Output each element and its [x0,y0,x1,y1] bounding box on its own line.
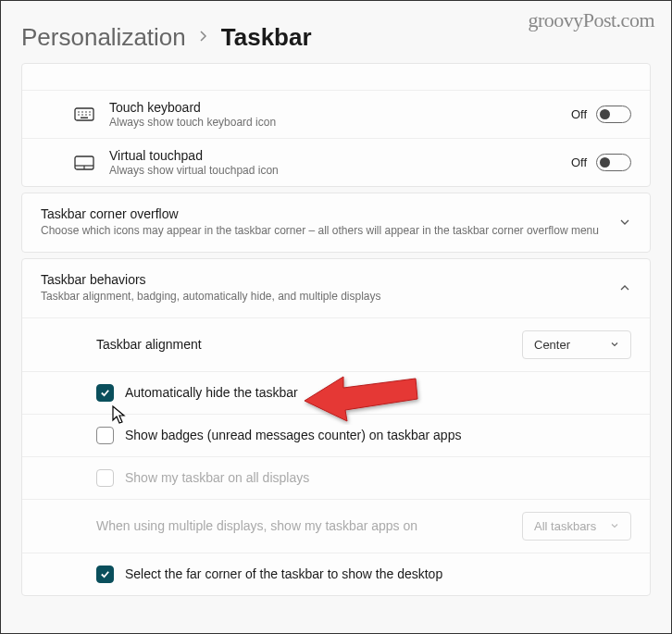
alignment-value: Center [534,338,570,352]
alignment-dropdown[interactable]: Center [522,330,631,359]
alignment-label: Taskbar alignment [96,337,202,352]
keyboard-icon [74,105,94,125]
section-corner-icons: Touch keyboard Always show touch keyboar… [21,63,651,187]
row-auto-hide[interactable]: Automatically hide the taskbar [22,371,650,414]
far-corner-label: Select the far corner of the taskbar to … [125,566,442,581]
chevron-right-icon [199,28,208,47]
multi-display-value: All taskbars [534,519,596,533]
svg-point-5 [78,114,80,116]
chevron-down-icon [610,340,619,349]
virtual-touchpad-state: Off [571,155,587,169]
touchpad-icon [74,153,94,173]
touch-keyboard-desc: Always show touch keyboard icon [109,116,556,129]
svg-point-4 [89,111,91,113]
row-badges[interactable]: Show badges (unread messages counter) on… [22,414,650,456]
auto-hide-checkbox[interactable] [96,384,114,402]
badges-checkbox[interactable] [96,427,114,444]
touch-keyboard-toggle[interactable] [596,106,631,123]
far-corner-checkbox[interactable] [96,566,114,583]
badges-label: Show badges (unread messages counter) on… [125,428,461,442]
virtual-touchpad-desc: Always show virtual touchpad icon [109,164,556,177]
section-overflow[interactable]: Taskbar corner overflow Choose which ico… [21,193,651,253]
svg-point-3 [85,111,87,113]
row-alignment: Taskbar alignment Center [22,317,650,371]
auto-hide-label: Automatically hide the taskbar [125,385,298,400]
row-touch-keyboard[interactable]: Touch keyboard Always show touch keyboar… [22,90,650,138]
touch-keyboard-title: Touch keyboard [109,100,556,115]
section-behaviors: Taskbar behaviors Taskbar alignment, bad… [21,258,651,596]
chevron-up-icon [618,281,631,294]
touch-keyboard-state: Off [571,107,587,121]
svg-point-1 [78,111,80,113]
row-all-displays: Show my taskbar on all displays [22,456,650,499]
overflow-desc: Choose which icons may appear in the tas… [41,223,607,239]
behaviors-title: Taskbar behaviors [41,272,607,287]
pen-icon [74,64,94,84]
svg-point-6 [81,114,83,116]
svg-point-7 [85,114,87,116]
checkmark-icon [100,388,110,398]
chevron-down-icon [618,216,631,229]
watermark-text: groovyPost.com [528,8,654,32]
all-displays-checkbox [96,469,114,487]
multi-display-dropdown: All taskbars [522,512,631,541]
row-far-corner[interactable]: Select the far corner of the taskbar to … [22,553,650,595]
breadcrumb-parent[interactable]: Personalization [21,23,186,52]
virtual-touchpad-title: Virtual touchpad [109,148,556,163]
svg-point-2 [81,111,83,113]
breadcrumb-current: Taskbar [221,23,312,52]
row-multi-display: When using multiple displays, show my ta… [22,499,650,553]
checkmark-icon [100,569,110,579]
behaviors-desc: Taskbar alignment, badging, automaticall… [41,289,607,305]
multi-display-label: When using multiple displays, show my ta… [96,518,417,533]
behaviors-header[interactable]: Taskbar behaviors Taskbar alignment, bad… [22,259,650,317]
svg-rect-9 [81,118,88,119]
svg-rect-0 [75,108,93,120]
virtual-touchpad-toggle[interactable] [596,154,631,171]
row-pen-menu[interactable] [22,64,650,90]
row-virtual-touchpad[interactable]: Virtual touchpad Always show virtual tou… [22,138,650,186]
overflow-title: Taskbar corner overflow [41,206,607,221]
svg-point-8 [89,114,91,116]
all-displays-label: Show my taskbar on all displays [125,470,309,485]
chevron-down-icon [610,521,619,530]
